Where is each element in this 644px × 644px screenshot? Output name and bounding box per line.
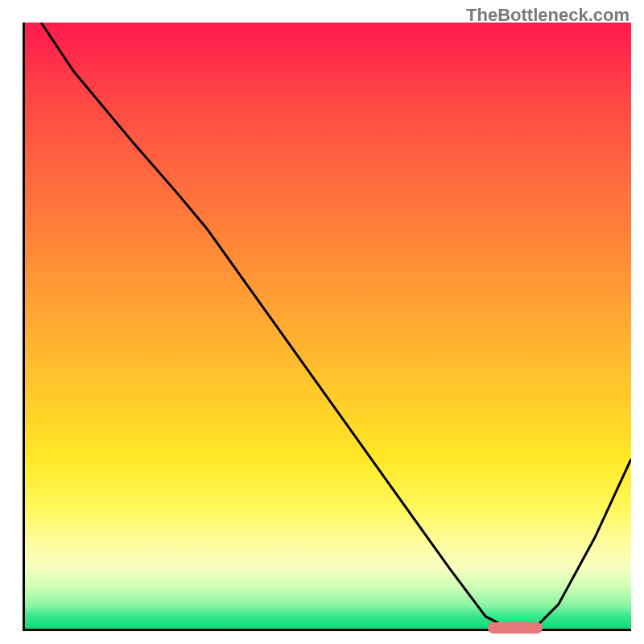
bottleneck-curve <box>25 23 631 629</box>
optimal-range-marker <box>488 622 543 634</box>
chart-plot-area <box>23 23 631 631</box>
watermark-text: TheBottleneck.com <box>466 5 630 26</box>
